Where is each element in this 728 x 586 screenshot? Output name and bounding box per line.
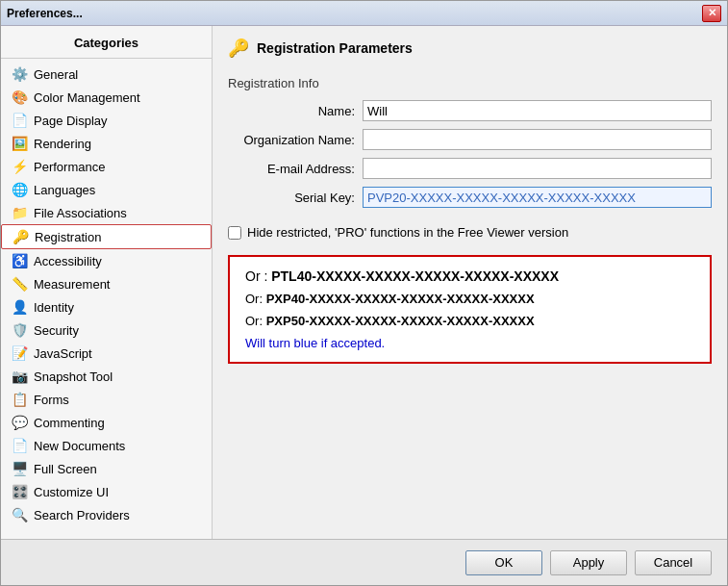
snapshot-tool-icon: 📷 bbox=[11, 368, 28, 385]
title-bar: Preferences... ✕ bbox=[1, 1, 727, 26]
serial-row: Serial Key: bbox=[228, 187, 712, 208]
sidebar-item-general[interactable]: ⚙️ General bbox=[1, 63, 212, 86]
org-label: Organization Name: bbox=[228, 133, 363, 147]
window-title: Preferences... bbox=[7, 7, 83, 20]
sidebar-label-full-screen: Full Screen bbox=[34, 462, 97, 476]
org-row: Organization Name: bbox=[228, 129, 712, 150]
key-value-1: PTL40-XXXXX-XXXXX-XXXXX-XXXXX-XXXXX bbox=[271, 268, 559, 284]
sidebar-label-measurement: Measurement bbox=[34, 277, 110, 292]
key-line-3: Or: PXP50-XXXXX-XXXXX-XXXXX-XXXXX-XXXXX bbox=[245, 314, 694, 328]
sidebar-item-color-management[interactable]: 🎨 Color Management bbox=[1, 86, 212, 109]
sidebar-label-security: Security bbox=[34, 323, 79, 338]
identity-icon: 👤 bbox=[11, 298, 28, 316]
sidebar-item-file-associations[interactable]: 📁 File Associations bbox=[1, 201, 212, 224]
sidebar-label-snapshot-tool: Snapshot Tool bbox=[34, 369, 113, 384]
accessibility-icon: ♿ bbox=[11, 252, 28, 269]
sidebar-item-measurement[interactable]: 📏 Measurement bbox=[1, 272, 212, 295]
sidebar: Categories ⚙️ General 🎨 Color Management… bbox=[1, 26, 213, 539]
apply-button[interactable]: Apply bbox=[550, 550, 627, 575]
sidebar-label-color-management: Color Management bbox=[34, 90, 140, 105]
languages-icon: 🌐 bbox=[11, 181, 28, 198]
sidebar-label-identity: Identity bbox=[34, 300, 74, 315]
key-value-2: PXP40-XXXXX-XXXXX-XXXXX-XXXXX-XXXXX bbox=[266, 292, 535, 306]
sidebar-label-commenting: Commenting bbox=[34, 416, 105, 430]
email-label: E-mail Address: bbox=[228, 162, 363, 176]
sidebar-label-page-display: Page Display bbox=[34, 114, 108, 128]
sidebar-item-security[interactable]: 🛡️ Security bbox=[1, 318, 212, 342]
content-area: Categories ⚙️ General 🎨 Color Management… bbox=[1, 26, 727, 539]
javascript-icon: 📝 bbox=[11, 344, 28, 362]
sidebar-item-identity[interactable]: 👤 Identity bbox=[1, 295, 212, 318]
key-line-1: Or : PTL40-XXXXX-XXXXX-XXXXX-XXXXX-XXXXX bbox=[245, 268, 694, 284]
panel-header: 🔑 Registration Parameters bbox=[228, 38, 712, 64]
name-row: Name: bbox=[228, 100, 712, 121]
sidebar-item-forms[interactable]: 📋 Forms bbox=[1, 388, 212, 411]
full-screen-icon: 🖥️ bbox=[11, 460, 28, 477]
rendering-icon: 🖼️ bbox=[11, 135, 28, 152]
serial-label: Serial Key: bbox=[228, 191, 363, 205]
sidebar-label-search-providers: Search Providers bbox=[34, 508, 130, 522]
measurement-icon: 📏 bbox=[11, 275, 28, 293]
commenting-icon: 💬 bbox=[11, 414, 28, 431]
sidebar-label-new-documents: New Documents bbox=[34, 439, 125, 453]
cancel-button[interactable]: Cancel bbox=[635, 550, 712, 575]
org-input[interactable] bbox=[363, 129, 712, 150]
preferences-window: Preferences... ✕ Categories ⚙️ General 🎨… bbox=[0, 0, 728, 586]
sidebar-label-general: General bbox=[34, 67, 78, 82]
panel-header-icon: 🔑 bbox=[228, 38, 249, 59]
performance-icon: ⚡ bbox=[11, 158, 28, 175]
sidebar-item-new-documents[interactable]: 📄 New Documents bbox=[1, 434, 212, 457]
sidebar-item-snapshot-tool[interactable]: 📷 Snapshot Tool bbox=[1, 365, 212, 388]
email-row: E-mail Address: bbox=[228, 158, 712, 179]
sidebar-label-rendering: Rendering bbox=[34, 137, 91, 151]
sidebar-label-languages: Languages bbox=[34, 183, 95, 197]
new-documents-icon: 📄 bbox=[11, 437, 28, 454]
close-button[interactable]: ✕ bbox=[702, 5, 721, 22]
page-display-icon: 📄 bbox=[11, 112, 28, 129]
hide-restricted-row: Hide restricted, 'PRO' functions in the … bbox=[228, 225, 712, 240]
sidebar-label-accessibility: Accessibility bbox=[34, 254, 102, 268]
sidebar-header: Categories bbox=[1, 30, 212, 59]
hide-restricted-label: Hide restricted, 'PRO' functions in the … bbox=[247, 225, 568, 240]
sidebar-item-javascript[interactable]: 📝 JavaScript bbox=[1, 342, 212, 365]
customize-ui-icon: 🎛️ bbox=[11, 483, 28, 500]
sidebar-item-registration[interactable]: 🔑 Registration bbox=[1, 224, 212, 249]
key-line-2: Or: PXP40-XXXXX-XXXXX-XXXXX-XXXXX-XXXXX bbox=[245, 292, 694, 306]
forms-icon: 📋 bbox=[11, 391, 28, 408]
sidebar-item-languages[interactable]: 🌐 Languages bbox=[1, 178, 212, 201]
sidebar-item-page-display[interactable]: 📄 Page Display bbox=[1, 109, 212, 132]
sidebar-item-full-screen[interactable]: 🖥️ Full Screen bbox=[1, 457, 212, 480]
security-icon: 🛡️ bbox=[11, 321, 28, 339]
sidebar-item-performance[interactable]: ⚡ Performance bbox=[1, 155, 212, 178]
sidebar-label-registration: Registration bbox=[35, 230, 101, 244]
sidebar-item-accessibility[interactable]: ♿ Accessibility bbox=[1, 249, 212, 272]
footer: OK Apply Cancel bbox=[1, 539, 727, 585]
hide-restricted-checkbox[interactable] bbox=[228, 226, 241, 240]
key-info-box: Or : PTL40-XXXXX-XXXXX-XXXXX-XXXXX-XXXXX… bbox=[228, 255, 712, 364]
main-panel: 🔑 Registration Parameters Registration I… bbox=[213, 26, 727, 539]
turn-blue-text: Will turn blue if accepted. bbox=[245, 336, 694, 350]
key-value-3: PXP50-XXXXX-XXXXX-XXXXX-XXXXX-XXXXX bbox=[266, 314, 535, 328]
sidebar-item-search-providers[interactable]: 🔍 Search Providers bbox=[1, 503, 212, 526]
sidebar-item-commenting[interactable]: 💬 Commenting bbox=[1, 411, 212, 434]
file-associations-icon: 📁 bbox=[11, 204, 28, 221]
sidebar-label-customize-ui: Customize UI bbox=[34, 485, 109, 499]
sidebar-label-performance: Performance bbox=[34, 160, 105, 174]
section-label: Registration Info bbox=[228, 76, 712, 90]
sidebar-label-file-associations: File Associations bbox=[34, 206, 127, 220]
ok-button[interactable]: OK bbox=[465, 550, 542, 575]
panel-header-title: Registration Parameters bbox=[257, 40, 413, 56]
name-label: Name: bbox=[228, 104, 363, 118]
serial-key-input[interactable] bbox=[363, 187, 712, 208]
sidebar-label-forms: Forms bbox=[34, 393, 69, 407]
sidebar-item-customize-ui[interactable]: 🎛️ Customize UI bbox=[1, 480, 212, 503]
registration-icon: 🔑 bbox=[12, 228, 29, 245]
email-input[interactable] bbox=[363, 158, 712, 179]
name-input[interactable] bbox=[363, 100, 712, 121]
color-management-icon: 🎨 bbox=[11, 89, 28, 106]
sidebar-label-javascript: JavaScript bbox=[34, 346, 92, 361]
sidebar-item-rendering[interactable]: 🖼️ Rendering bbox=[1, 132, 212, 155]
search-providers-icon: 🔍 bbox=[11, 506, 28, 523]
general-icon: ⚙️ bbox=[11, 65, 28, 83]
